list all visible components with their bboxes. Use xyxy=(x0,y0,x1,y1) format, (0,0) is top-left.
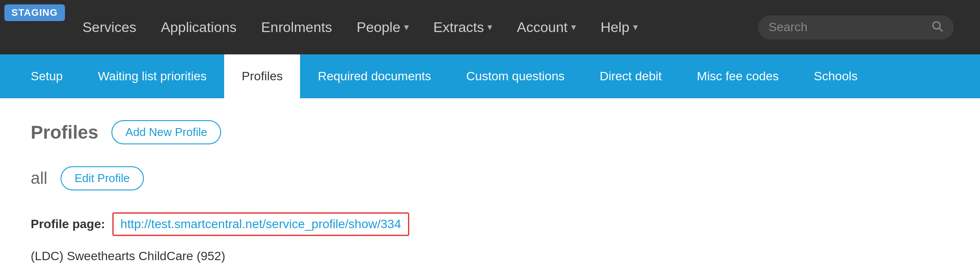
subnav-misc-fee-codes[interactable]: Misc fee codes xyxy=(680,54,797,98)
search-input[interactable] xyxy=(769,20,926,34)
add-new-profile-button[interactable]: Add New Profile xyxy=(111,120,221,144)
nav-account[interactable]: Account ▾ xyxy=(504,19,588,36)
nav-services[interactable]: Services xyxy=(70,19,149,36)
nav-enrolments[interactable]: Enrolments xyxy=(249,19,344,36)
svg-line-1 xyxy=(939,28,942,31)
profile-page-link[interactable]: http://test.smartcentral.net/service_pro… xyxy=(112,212,410,236)
top-nav-links: Services Applications Enrolments People … xyxy=(26,19,758,36)
extracts-dropdown-arrow: ▾ xyxy=(487,21,492,33)
profiles-heading: Profiles xyxy=(31,122,98,143)
subnav-custom-questions[interactable]: Custom questions xyxy=(449,54,582,98)
top-nav: STAGING Services Applications Enrolments… xyxy=(0,0,980,54)
service-name: (LDC) Sweethearts ChildCare (952) xyxy=(31,249,949,263)
staging-badge: STAGING xyxy=(4,4,65,21)
nav-people[interactable]: People ▾ xyxy=(344,19,421,36)
account-dropdown-arrow: ▾ xyxy=(571,21,576,33)
sub-nav: Setup Waiting list priorities Profiles R… xyxy=(0,54,980,98)
subnav-required-documents[interactable]: Required documents xyxy=(300,54,448,98)
subnav-profiles[interactable]: Profiles xyxy=(224,54,300,98)
all-label: all xyxy=(31,169,47,188)
subnav-direct-debit[interactable]: Direct debit xyxy=(582,54,680,98)
profiles-heading-row: Profiles Add New Profile xyxy=(31,120,949,144)
search-box xyxy=(758,15,954,39)
subnav-waiting-list-priorities[interactable]: Waiting list priorities xyxy=(80,54,224,98)
search-icon xyxy=(931,20,943,35)
nav-applications[interactable]: Applications xyxy=(149,19,249,36)
subnav-schools[interactable]: Schools xyxy=(796,54,875,98)
profile-page-row: Profile page: http://test.smartcentral.n… xyxy=(31,212,949,236)
nav-extracts[interactable]: Extracts ▾ xyxy=(421,19,505,36)
profile-page-label: Profile page: xyxy=(31,217,105,231)
nav-help[interactable]: Help ▾ xyxy=(588,19,650,36)
edit-profile-button[interactable]: Edit Profile xyxy=(61,166,144,190)
subnav-setup[interactable]: Setup xyxy=(13,54,80,98)
people-dropdown-arrow: ▾ xyxy=(404,21,409,33)
all-row: all Edit Profile xyxy=(31,166,949,190)
help-dropdown-arrow: ▾ xyxy=(633,21,638,33)
main-content: Profiles Add New Profile all Edit Profil… xyxy=(0,98,980,272)
